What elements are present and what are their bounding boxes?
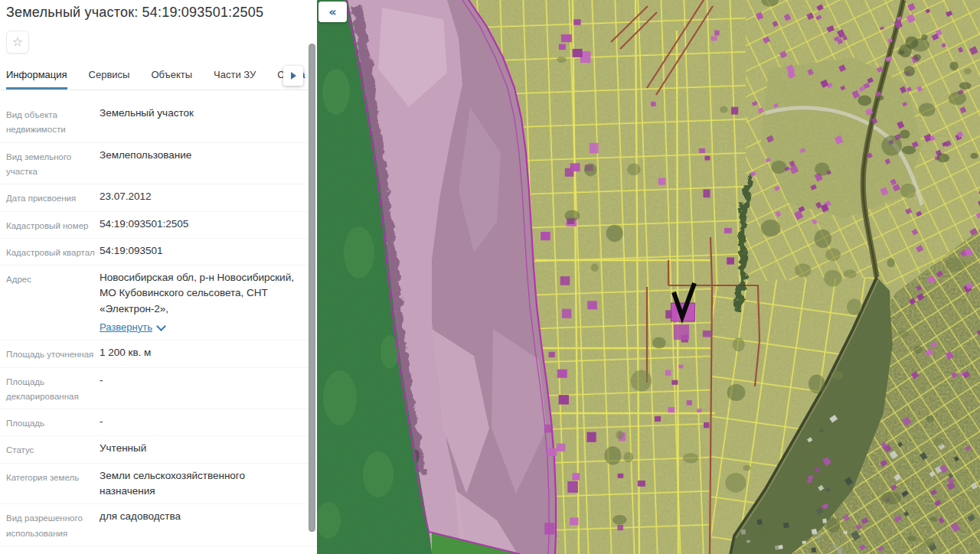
row-cadastral-number: Кадастровый номер 54:19:093501:2505 xyxy=(0,212,317,239)
row-address: Адрес Новосибирская обл, р-н Новосибирск… xyxy=(0,266,317,341)
row-object-type: Вид объекта недвижимости Земельный участ… xyxy=(0,101,317,143)
info-panel: Земельный участок: 54:19:093501:2505 ☆ И… xyxy=(0,0,317,554)
page-title: Земельный участок: 54:19:093501:2505 xyxy=(6,5,311,21)
chevron-down-icon xyxy=(156,321,166,331)
tab-objects[interactable]: Объекты xyxy=(151,67,192,90)
tab-information[interactable]: Информация xyxy=(6,67,67,90)
map-canvas[interactable]: « xyxy=(317,0,980,554)
expand-address-link[interactable]: Развернуть xyxy=(100,320,165,335)
row-permitted-use: Вид разрешенного использования для садов… xyxy=(0,504,317,546)
row-land-category: Категория земель Земли сельскохозяйствен… xyxy=(0,464,317,505)
row-cadastral-quarter: Кадастровый квартал 54:19:093501 xyxy=(0,239,317,266)
row-date-assigned: Дата присвоения 23.07.2012 xyxy=(0,184,317,211)
favorite-button[interactable]: ☆ xyxy=(6,31,29,54)
collapse-panel-button[interactable]: « xyxy=(318,2,347,22)
row-ownership-form: Форма собственности Частная xyxy=(0,546,317,554)
chevron-right-icon xyxy=(291,72,296,80)
tab-services[interactable]: Сервисы xyxy=(89,67,130,90)
row-status: Статус Учтенный xyxy=(0,436,317,463)
row-land-type: Вид земельного участка Землепользование xyxy=(0,143,317,185)
row-area-specified: Площадь уточненная 1 200 кв. м xyxy=(0,341,317,367)
address-value: Новосибирская обл, р-н Новосибирский, МО… xyxy=(100,272,294,314)
tab-bar: Информация Сервисы Объекты Части ЗУ Сост… xyxy=(0,67,311,90)
attributes-list: Вид объекта недвижимости Земельный участ… xyxy=(0,101,317,554)
adjacent-parcel-building xyxy=(674,324,689,340)
satellite-map[interactable] xyxy=(317,0,980,554)
star-icon: ☆ xyxy=(12,36,23,48)
row-area-declared: Площадь декларированная - xyxy=(0,368,317,410)
tabs-scroll-right-button[interactable] xyxy=(283,66,303,86)
cadastral-map-app: Земельный участок: 54:19:093501:2505 ☆ И… xyxy=(0,0,980,554)
tab-parts[interactable]: Части ЗУ xyxy=(214,67,256,90)
row-area: Площадь - xyxy=(0,409,317,436)
panel-scrollbar[interactable] xyxy=(309,44,315,532)
